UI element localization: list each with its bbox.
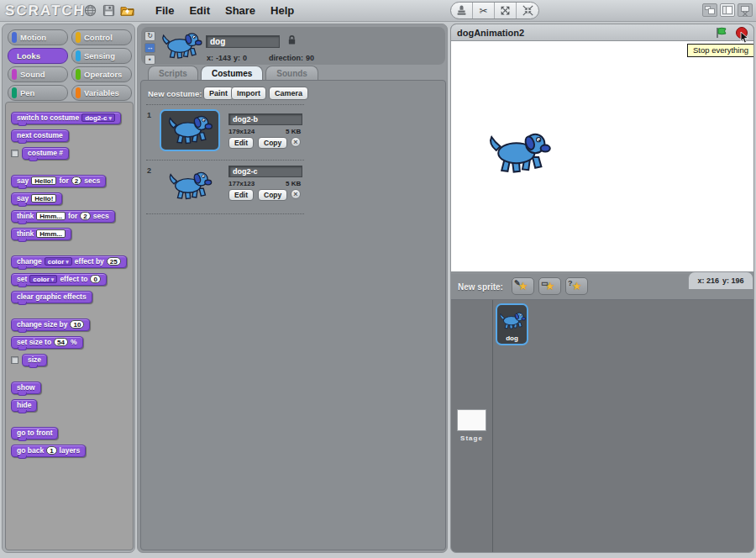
view-mode-buttons	[702, 3, 753, 17]
block-dropdown[interactable]: color▾	[29, 275, 57, 283]
category-sound[interactable]: Sound	[8, 66, 68, 82]
presentation-mode-button[interactable]	[738, 3, 753, 17]
palette-block-row: set size to54%	[11, 336, 133, 349]
shrink-sprite-icon[interactable]	[517, 2, 538, 19]
block-dropdown[interactable]: color▾	[45, 257, 72, 266]
import-costume-button[interactable]: Import	[231, 87, 266, 100]
stage-header: dogAnimation2	[451, 24, 753, 41]
menu-edit[interactable]: Edit	[181, 3, 218, 18]
block-input[interactable]: Hello!	[31, 194, 56, 203]
costume-dimensions: 179x124	[228, 128, 255, 135]
costume-thumbnail[interactable]	[162, 166, 218, 205]
edit-costume-button[interactable]: Edit	[228, 137, 254, 149]
costume-name-input[interactable]	[228, 113, 302, 125]
normal-stage-view-button[interactable]	[720, 3, 735, 17]
save-icon[interactable]	[101, 3, 117, 18]
block-text: say	[17, 176, 29, 185]
category-variables[interactable]: Variables	[71, 85, 132, 101]
paint-new-sprite-button[interactable]: ★ ✎	[512, 277, 534, 295]
edit-costume-button[interactable]: Edit	[228, 189, 254, 201]
tab-sounds[interactable]: Sounds	[265, 66, 318, 81]
stage-thumbnail[interactable]	[457, 409, 486, 431]
block-input[interactable]: 10	[70, 320, 84, 329]
looks-block[interactable]: changecolor▾effect by25	[11, 255, 127, 268]
category-operators[interactable]: Operators	[71, 66, 132, 82]
block-input[interactable]: 1	[46, 446, 56, 455]
costume-thumbnail-selected[interactable]	[160, 109, 220, 151]
camera-costume-button[interactable]: Camera	[269, 87, 308, 100]
small-stage-view-button[interactable]	[702, 3, 717, 17]
choose-sprite-from-file-button[interactable]: ★ ▭	[538, 277, 561, 295]
rotate-style-icon[interactable]: ↻	[144, 31, 155, 41]
looks-block[interactable]: switch to costumedog2-c▾	[11, 112, 121, 124]
sound-color-stripe	[12, 69, 17, 80]
folder-icon: ▭	[541, 279, 549, 287]
looks-block[interactable]: thinkHmm...for2secs	[11, 210, 115, 223]
grow-sprite-icon[interactable]	[495, 2, 517, 19]
looks-block[interactable]: go to front	[11, 427, 58, 440]
looks-block[interactable]: clear graphic effects	[11, 291, 92, 303]
duplicate-stamp-icon[interactable]	[451, 2, 473, 19]
menubar: SCRATCH File Edit Share Help	[0, 0, 756, 22]
block-input[interactable]: 2	[71, 176, 81, 185]
block-dropdown[interactable]: dog2-c▾	[81, 113, 115, 122]
looks-block[interactable]: size	[22, 354, 47, 366]
block-input[interactable]: Hmm...	[36, 229, 66, 238]
block-input[interactable]: Hmm...	[36, 212, 66, 220]
looks-block[interactable]: set size to54%	[11, 336, 83, 349]
lock-icon[interactable]	[287, 34, 297, 45]
tab-scripts[interactable]: Scripts	[148, 66, 198, 81]
surprise-sprite-button[interactable]: ★ ?	[565, 277, 588, 295]
costume-name-input[interactable]	[228, 166, 302, 177]
looks-block[interactable]: thinkHmm...	[11, 228, 71, 240]
palette-block-row: next costume	[11, 129, 133, 142]
block-input[interactable]: Hello!	[31, 176, 56, 185]
delete-costume-button[interactable]: ×	[291, 189, 301, 199]
looks-block[interactable]: go back1layers	[11, 445, 86, 457]
block-text: change size by	[17, 320, 67, 329]
tab-costumes[interactable]: Costumes	[201, 66, 263, 81]
looks-block[interactable]: hide	[11, 399, 37, 412]
category-pen[interactable]: Pen	[8, 85, 68, 101]
palette-block-row: size	[11, 354, 133, 366]
block-palette-panel: Motion Control Looks Sensing Sound Opera…	[2, 24, 135, 553]
category-motion[interactable]: Motion	[8, 29, 68, 45]
menu-file[interactable]: File	[148, 3, 181, 18]
open-project-icon[interactable]	[119, 3, 135, 18]
looks-block[interactable]: setcolor▾effect to0	[11, 273, 107, 286]
copy-costume-button[interactable]: Copy	[258, 189, 287, 201]
sprite-item-label: dog	[497, 334, 527, 342]
left-right-flip-style-icon[interactable]: ↔	[144, 43, 155, 53]
copy-costume-button[interactable]: Copy	[258, 137, 287, 149]
delete-costume-button[interactable]: ×	[291, 137, 301, 147]
dog-sprite-on-stage[interactable]	[486, 129, 553, 178]
category-looks[interactable]: Looks	[8, 48, 68, 64]
control-color-stripe	[76, 32, 81, 43]
looks-block[interactable]: sayHello!	[11, 192, 62, 205]
stage-canvas[interactable]	[451, 41, 753, 271]
watcher-checkbox[interactable]	[11, 150, 18, 157]
category-grid: Motion Control Looks Sensing Sound Opera…	[8, 29, 132, 101]
watcher-checkbox[interactable]	[11, 356, 18, 364]
category-sensing[interactable]: Sensing	[71, 48, 132, 64]
looks-block[interactable]: show	[11, 382, 41, 394]
looks-block[interactable]: sayHello!for2secs	[11, 175, 106, 187]
looks-block[interactable]: next costume	[11, 129, 69, 142]
no-rotate-style-icon[interactable]: ▪	[144, 55, 155, 65]
block-input[interactable]: 54	[54, 338, 68, 346]
paint-costume-button[interactable]: Paint	[203, 87, 234, 100]
sprite-name-input[interactable]	[206, 35, 280, 48]
menu-help[interactable]: Help	[263, 3, 302, 18]
looks-block[interactable]: change size by10	[11, 318, 90, 331]
sprite-list-item-dog[interactable]: dog	[496, 303, 528, 345]
category-control[interactable]: Control	[71, 29, 132, 45]
block-input[interactable]: 25	[107, 257, 121, 266]
green-flag-icon[interactable]	[715, 26, 728, 39]
block-input[interactable]: 2	[80, 212, 90, 220]
block-text: for	[68, 212, 77, 220]
looks-block[interactable]: costume #	[22, 147, 69, 160]
delete-scissors-icon[interactable]: ✂	[473, 2, 495, 19]
block-input[interactable]: 0	[90, 275, 100, 283]
project-title: dogAnimation2	[457, 28, 524, 38]
menu-share[interactable]: Share	[218, 3, 263, 18]
